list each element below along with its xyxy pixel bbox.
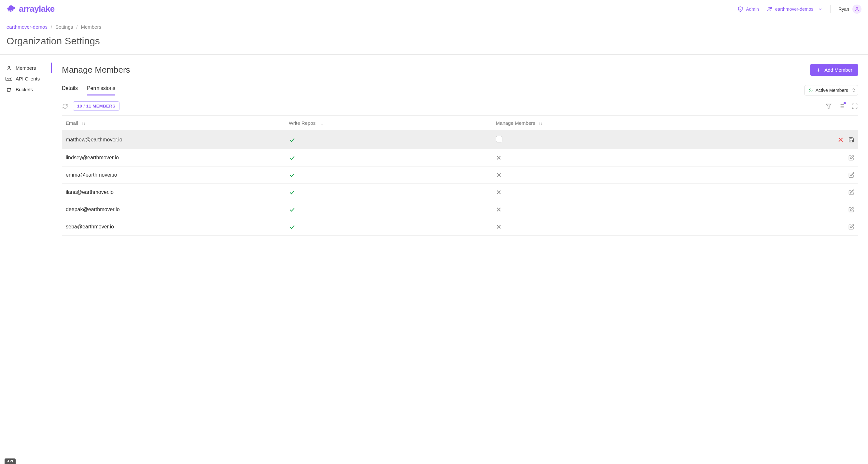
breadcrumb-sep: / — [76, 24, 78, 30]
cell-write-repos — [285, 218, 492, 236]
table-row: emma@earthmover.io — [62, 167, 858, 184]
table-row: seba@earthmover.io — [62, 218, 858, 236]
user-menu[interactable]: Ryan — [838, 5, 862, 14]
manage-checkbox[interactable] — [496, 136, 502, 142]
cell-actions — [731, 130, 858, 149]
cancel-button[interactable] — [837, 137, 844, 143]
refresh-button[interactable] — [62, 103, 68, 110]
sidebar-item-members[interactable]: Members — [0, 63, 52, 73]
x-icon — [496, 172, 727, 178]
table-head: Email ↑↓ Write Repos ↑↓ Manage Members ↑… — [62, 116, 858, 130]
svg-marker-8 — [826, 104, 831, 109]
cell-manage-members — [492, 201, 731, 218]
add-member-button[interactable]: Add Member — [810, 64, 858, 76]
svg-point-1 — [770, 7, 772, 9]
sidebar: Members API API Clients Buckets — [0, 55, 52, 245]
table-row: lindsey@earthmover.io — [62, 149, 858, 167]
x-icon — [496, 224, 727, 230]
plus-icon — [816, 67, 821, 72]
breadcrumb-org[interactable]: earthmover-demos — [6, 24, 48, 30]
sidebar-item-buckets[interactable]: Buckets — [0, 84, 52, 95]
cell-manage-members — [492, 184, 731, 201]
members-table: Email ↑↓ Write Repos ↑↓ Manage Members ↑… — [62, 115, 858, 236]
check-icon — [289, 172, 488, 178]
cell-actions — [731, 218, 858, 236]
user-check-icon — [808, 88, 813, 92]
edit-button[interactable] — [848, 172, 854, 178]
sort-icon: ↑↓ — [538, 121, 543, 126]
cell-actions — [731, 167, 858, 184]
cell-email: emma@earthmover.io — [62, 167, 285, 184]
toolbar: 10 / 11 MEMBERS — [62, 102, 858, 111]
x-icon — [496, 189, 727, 195]
cell-actions — [731, 201, 858, 218]
cell-email: ilana@earthmover.io — [62, 184, 285, 201]
main-title: Manage Members — [62, 65, 130, 75]
logo[interactable]: arraylake — [6, 4, 55, 14]
column-header-manage-members[interactable]: Manage Members ↑↓ — [492, 116, 731, 130]
check-icon — [289, 137, 488, 143]
sidebar-item-api-clients[interactable]: API API Clients — [0, 73, 52, 84]
tab-details[interactable]: Details — [62, 85, 78, 95]
filter-button[interactable] — [825, 103, 832, 110]
cell-write-repos — [285, 149, 492, 167]
cell-write-repos — [285, 201, 492, 218]
bucket-icon — [6, 87, 12, 92]
app-header: arraylake Admin earthmover-demos Ryan — [0, 0, 868, 18]
cell-actions — [731, 184, 858, 201]
save-button[interactable] — [848, 137, 854, 143]
edit-button[interactable] — [848, 189, 854, 195]
check-icon — [289, 224, 488, 230]
edit-button[interactable] — [848, 155, 854, 161]
sidebar-item-label: API Clients — [16, 76, 40, 82]
user-name: Ryan — [838, 6, 849, 12]
add-member-label: Add Member — [825, 67, 852, 72]
table-row: ilana@earthmover.io — [62, 184, 858, 201]
divider — [830, 5, 831, 13]
admin-link[interactable]: Admin — [738, 6, 759, 12]
column-header-write-repos[interactable]: Write Repos ↑↓ — [285, 116, 492, 130]
chevron-down-icon — [818, 7, 823, 11]
sidebar-item-label: Buckets — [16, 87, 33, 92]
expand-button[interactable] — [851, 103, 858, 110]
org-switcher[interactable]: earthmover-demos — [767, 6, 823, 12]
column-header-actions — [731, 116, 858, 130]
shield-icon — [738, 6, 743, 12]
column-header-email[interactable]: Email ↑↓ — [62, 116, 285, 130]
sort-icon: ↑↓ — [319, 121, 323, 126]
breadcrumb-section: Settings — [55, 24, 73, 30]
subheader: earthmover-demos / Settings / Members Or… — [0, 18, 868, 55]
user-icon — [6, 65, 12, 71]
cell-email: deepak@earthmover.io — [62, 201, 285, 218]
cell-write-repos — [285, 167, 492, 184]
breadcrumb-page: Members — [81, 24, 101, 30]
cell-email: seba@earthmover.io — [62, 218, 285, 236]
avatar — [852, 5, 862, 14]
cell-actions — [731, 149, 858, 167]
member-count-badge: 10 / 11 MEMBERS — [73, 102, 120, 111]
tabs-row: Details Permissions Active Members — [62, 85, 858, 95]
cell-write-repos — [285, 130, 492, 149]
table-body: matthew@earthmover.iolindsey@earthmover.… — [62, 130, 858, 236]
cell-manage-members[interactable] — [492, 130, 731, 149]
layout: Members API API Clients Buckets Manage M… — [0, 55, 868, 245]
api-icon: API — [6, 77, 12, 81]
edit-button[interactable] — [848, 224, 854, 230]
edit-button[interactable] — [848, 207, 854, 212]
cell-manage-members — [492, 149, 731, 167]
x-icon — [496, 207, 727, 212]
check-icon — [289, 189, 488, 196]
tabs: Details Permissions — [62, 85, 115, 95]
toolbar-right — [825, 103, 858, 110]
table-row: matthew@earthmover.io — [62, 130, 858, 149]
breadcrumb: earthmover-demos / Settings / Members — [6, 24, 862, 30]
filter-select[interactable]: Active Members — [804, 85, 858, 95]
columns-button[interactable] — [838, 103, 845, 110]
cell-email: lindsey@earthmover.io — [62, 149, 285, 167]
select-chevron-icon — [852, 88, 855, 92]
check-icon — [289, 206, 488, 213]
toolbar-left: 10 / 11 MEMBERS — [62, 102, 120, 111]
svg-point-7 — [809, 89, 811, 90]
tab-permissions[interactable]: Permissions — [87, 85, 115, 95]
check-icon — [289, 154, 488, 161]
